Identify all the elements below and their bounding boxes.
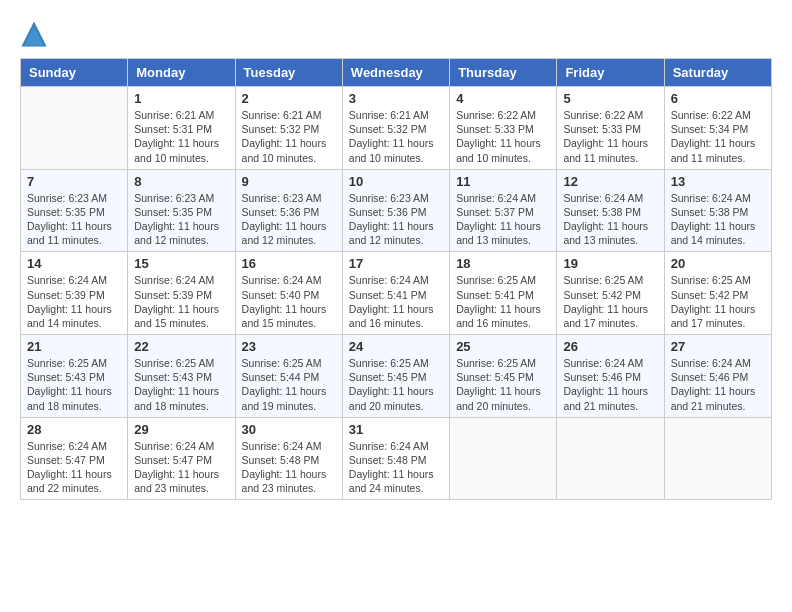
day-number: 5 — [563, 91, 657, 106]
day-info: Sunrise: 6:23 AM Sunset: 5:36 PM Dayligh… — [242, 191, 336, 248]
sunrise-text: Sunrise: 6:25 AM — [134, 357, 214, 369]
day-info: Sunrise: 6:25 AM Sunset: 5:42 PM Dayligh… — [671, 273, 765, 330]
sunset-text: Sunset: 5:42 PM — [563, 289, 641, 301]
sunset-text: Sunset: 5:47 PM — [27, 454, 105, 466]
day-info: Sunrise: 6:25 AM Sunset: 5:45 PM Dayligh… — [349, 356, 443, 413]
daylight-text: Daylight: 11 hours and 20 minutes. — [456, 385, 541, 411]
sunset-text: Sunset: 5:37 PM — [456, 206, 534, 218]
sunset-text: Sunset: 5:32 PM — [242, 123, 320, 135]
sunset-text: Sunset: 5:48 PM — [242, 454, 320, 466]
sunrise-text: Sunrise: 6:21 AM — [242, 109, 322, 121]
sunset-text: Sunset: 5:36 PM — [242, 206, 320, 218]
weekday-header-cell: Tuesday — [235, 59, 342, 87]
day-number: 31 — [349, 422, 443, 437]
daylight-text: Daylight: 11 hours and 10 minutes. — [134, 137, 219, 163]
day-number: 28 — [27, 422, 121, 437]
day-number: 21 — [27, 339, 121, 354]
daylight-text: Daylight: 11 hours and 10 minutes. — [456, 137, 541, 163]
calendar-week-row: 28 Sunrise: 6:24 AM Sunset: 5:47 PM Dayl… — [21, 417, 772, 500]
sunset-text: Sunset: 5:35 PM — [27, 206, 105, 218]
sunset-text: Sunset: 5:36 PM — [349, 206, 427, 218]
daylight-text: Daylight: 11 hours and 11 minutes. — [671, 137, 756, 163]
calendar-day-cell: 11 Sunrise: 6:24 AM Sunset: 5:37 PM Dayl… — [450, 169, 557, 252]
sunset-text: Sunset: 5:46 PM — [671, 371, 749, 383]
sunset-text: Sunset: 5:38 PM — [563, 206, 641, 218]
calendar-day-cell: 31 Sunrise: 6:24 AM Sunset: 5:48 PM Dayl… — [342, 417, 449, 500]
day-info: Sunrise: 6:24 AM Sunset: 5:38 PM Dayligh… — [563, 191, 657, 248]
sunrise-text: Sunrise: 6:23 AM — [242, 192, 322, 204]
day-info: Sunrise: 6:24 AM Sunset: 5:47 PM Dayligh… — [134, 439, 228, 496]
calendar-day-cell: 4 Sunrise: 6:22 AM Sunset: 5:33 PM Dayli… — [450, 87, 557, 170]
day-info: Sunrise: 6:24 AM Sunset: 5:41 PM Dayligh… — [349, 273, 443, 330]
calendar-week-row: 1 Sunrise: 6:21 AM Sunset: 5:31 PM Dayli… — [21, 87, 772, 170]
calendar-day-cell: 15 Sunrise: 6:24 AM Sunset: 5:39 PM Dayl… — [128, 252, 235, 335]
sunset-text: Sunset: 5:43 PM — [27, 371, 105, 383]
weekday-header-cell: Monday — [128, 59, 235, 87]
daylight-text: Daylight: 11 hours and 12 minutes. — [242, 220, 327, 246]
daylight-text: Daylight: 11 hours and 22 minutes. — [27, 468, 112, 494]
calendar-day-cell: 26 Sunrise: 6:24 AM Sunset: 5:46 PM Dayl… — [557, 335, 664, 418]
day-info: Sunrise: 6:23 AM Sunset: 5:35 PM Dayligh… — [27, 191, 121, 248]
day-number: 9 — [242, 174, 336, 189]
daylight-text: Daylight: 11 hours and 17 minutes. — [671, 303, 756, 329]
calendar-week-row: 7 Sunrise: 6:23 AM Sunset: 5:35 PM Dayli… — [21, 169, 772, 252]
sunrise-text: Sunrise: 6:22 AM — [563, 109, 643, 121]
calendar-day-cell: 16 Sunrise: 6:24 AM Sunset: 5:40 PM Dayl… — [235, 252, 342, 335]
day-info: Sunrise: 6:25 AM Sunset: 5:43 PM Dayligh… — [134, 356, 228, 413]
sunset-text: Sunset: 5:31 PM — [134, 123, 212, 135]
sunrise-text: Sunrise: 6:25 AM — [563, 274, 643, 286]
sunrise-text: Sunrise: 6:25 AM — [456, 274, 536, 286]
daylight-text: Daylight: 11 hours and 24 minutes. — [349, 468, 434, 494]
day-info: Sunrise: 6:24 AM Sunset: 5:39 PM Dayligh… — [27, 273, 121, 330]
daylight-text: Daylight: 11 hours and 16 minutes. — [349, 303, 434, 329]
sunrise-text: Sunrise: 6:23 AM — [349, 192, 429, 204]
calendar-day-cell: 6 Sunrise: 6:22 AM Sunset: 5:34 PM Dayli… — [664, 87, 771, 170]
sunrise-text: Sunrise: 6:25 AM — [27, 357, 107, 369]
day-info: Sunrise: 6:25 AM Sunset: 5:44 PM Dayligh… — [242, 356, 336, 413]
day-number: 2 — [242, 91, 336, 106]
sunset-text: Sunset: 5:45 PM — [349, 371, 427, 383]
calendar-day-cell — [21, 87, 128, 170]
calendar-day-cell: 2 Sunrise: 6:21 AM Sunset: 5:32 PM Dayli… — [235, 87, 342, 170]
daylight-text: Daylight: 11 hours and 14 minutes. — [27, 303, 112, 329]
sunset-text: Sunset: 5:41 PM — [456, 289, 534, 301]
calendar-day-cell: 7 Sunrise: 6:23 AM Sunset: 5:35 PM Dayli… — [21, 169, 128, 252]
day-number: 26 — [563, 339, 657, 354]
calendar-day-cell: 25 Sunrise: 6:25 AM Sunset: 5:45 PM Dayl… — [450, 335, 557, 418]
daylight-text: Daylight: 11 hours and 21 minutes. — [563, 385, 648, 411]
daylight-text: Daylight: 11 hours and 16 minutes. — [456, 303, 541, 329]
day-info: Sunrise: 6:24 AM Sunset: 5:48 PM Dayligh… — [349, 439, 443, 496]
weekday-header-cell: Thursday — [450, 59, 557, 87]
calendar-week-row: 14 Sunrise: 6:24 AM Sunset: 5:39 PM Dayl… — [21, 252, 772, 335]
daylight-text: Daylight: 11 hours and 17 minutes. — [563, 303, 648, 329]
calendar-day-cell: 24 Sunrise: 6:25 AM Sunset: 5:45 PM Dayl… — [342, 335, 449, 418]
sunrise-text: Sunrise: 6:25 AM — [671, 274, 751, 286]
sunrise-text: Sunrise: 6:24 AM — [349, 440, 429, 452]
calendar-day-cell: 8 Sunrise: 6:23 AM Sunset: 5:35 PM Dayli… — [128, 169, 235, 252]
daylight-text: Daylight: 11 hours and 15 minutes. — [242, 303, 327, 329]
day-number: 18 — [456, 256, 550, 271]
sunset-text: Sunset: 5:43 PM — [134, 371, 212, 383]
calendar-day-cell: 9 Sunrise: 6:23 AM Sunset: 5:36 PM Dayli… — [235, 169, 342, 252]
weekday-header-cell: Saturday — [664, 59, 771, 87]
sunset-text: Sunset: 5:33 PM — [456, 123, 534, 135]
day-number: 27 — [671, 339, 765, 354]
logo — [20, 20, 52, 48]
day-number: 15 — [134, 256, 228, 271]
sunrise-text: Sunrise: 6:24 AM — [671, 192, 751, 204]
header — [20, 20, 772, 48]
sunrise-text: Sunrise: 6:23 AM — [27, 192, 107, 204]
calendar-day-cell: 20 Sunrise: 6:25 AM Sunset: 5:42 PM Dayl… — [664, 252, 771, 335]
sunset-text: Sunset: 5:45 PM — [456, 371, 534, 383]
calendar-day-cell: 19 Sunrise: 6:25 AM Sunset: 5:42 PM Dayl… — [557, 252, 664, 335]
sunrise-text: Sunrise: 6:24 AM — [349, 274, 429, 286]
day-info: Sunrise: 6:25 AM Sunset: 5:45 PM Dayligh… — [456, 356, 550, 413]
daylight-text: Daylight: 11 hours and 11 minutes. — [27, 220, 112, 246]
sunrise-text: Sunrise: 6:25 AM — [242, 357, 322, 369]
logo-icon — [20, 20, 48, 48]
sunrise-text: Sunrise: 6:24 AM — [671, 357, 751, 369]
sunrise-text: Sunrise: 6:24 AM — [563, 192, 643, 204]
weekday-header-cell: Wednesday — [342, 59, 449, 87]
day-number: 8 — [134, 174, 228, 189]
day-number: 20 — [671, 256, 765, 271]
